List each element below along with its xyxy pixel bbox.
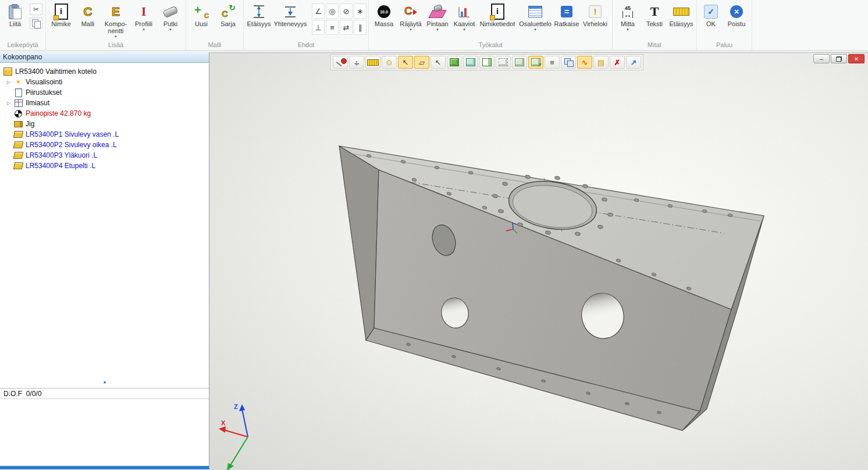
pick-entity-icon[interactable]: ↖ (431, 56, 446, 69)
expander-icon[interactable]: ▷ (7, 101, 14, 106)
new-model-icon: +C (194, 4, 209, 19)
snap-plane-icon[interactable]: ▱ (414, 56, 429, 69)
dropdown-caret-icon[interactable]: ▾ (115, 34, 117, 39)
ribbon-group-tools: 10.0 Massa C Räjäytä ▾ Pintaan ▾ Kaaviot… (369, 0, 613, 50)
select-solid-icon[interactable] (447, 56, 462, 69)
tree-item-part-p4[interactable]: LR53400P4 Etupelti .L (0, 161, 209, 171)
parallel-constraint-button[interactable]: ≡ (326, 20, 339, 35)
sarja-button[interactable]: ↻C Sarja (215, 2, 241, 28)
parts-list-icon (528, 6, 542, 17)
group-label-model: Malli (188, 41, 241, 50)
dropdown-caret-icon[interactable]: ▾ (436, 27, 439, 32)
copy-button[interactable] (30, 17, 42, 29)
expander-icon[interactable]: ▷ (7, 80, 14, 85)
panel-title: Kokoonpano (0, 52, 209, 63)
pintaan-button[interactable]: Pintaan ▾ (424, 2, 451, 33)
group-label-clipboard: Leikepöytä (2, 41, 44, 50)
symmetry-constraint-button[interactable]: ∗ (354, 3, 367, 19)
tree-item-part-p1[interactable]: LR53400P1 Sivulevy vasen .L (0, 129, 209, 140)
cut-button[interactable]: ✂ (30, 3, 42, 15)
colinear-constraint-button[interactable]: ∥ (354, 20, 367, 35)
putki-button[interactable]: Putki ▾ (157, 2, 184, 33)
select-arrow-icon[interactable]: ↗ (528, 56, 543, 69)
distance-constraint-button[interactable]: Etäisyys (246, 2, 272, 28)
3d-viewport[interactable]: ↔↕ ⊙ ↖ ▱ ↖ ↗ ≡ ∿ ▤ ✗ ↗ – × (209, 52, 868, 470)
grid-icon (14, 99, 23, 107)
solve-icon: = (561, 6, 572, 17)
tree-item-assembly-root[interactable]: LR53400 Vaihtimen kotelo (0, 66, 209, 77)
equal-constraint-button[interactable]: ⇄ (340, 20, 353, 35)
tree-item-label: Visualisointi (26, 78, 62, 86)
ibeam-profile-icon: I (141, 5, 146, 19)
copy-layers-icon[interactable] (561, 56, 576, 69)
malli-button[interactable]: C Malli (74, 2, 101, 28)
teksti-button[interactable]: T Teksti (641, 2, 668, 28)
paste-icon (9, 4, 22, 19)
poistu-button[interactable]: × Poistu (723, 2, 750, 28)
dropdown-caret-icon[interactable]: ▾ (410, 27, 412, 32)
perpendicular-constraint-button[interactable]: ⊥ (312, 20, 325, 35)
nimiketiedot-button[interactable]: i Nimiketiedot (478, 2, 517, 28)
flatten-icon[interactable]: ▤ (593, 56, 609, 69)
dropdown-caret-icon[interactable]: ▾ (169, 27, 172, 32)
select-back-icon[interactable] (496, 56, 511, 69)
ratkaise-button[interactable]: = Ratkaise (553, 2, 580, 28)
panel-resize-bar[interactable] (0, 466, 209, 469)
ribbon-group-insert: i Nimike C Malli E Kompo-nentti ▾ I Prof… (46, 0, 186, 50)
mitta-button[interactable]: 45↔ Mitta ▾ (614, 2, 641, 33)
coincidence-constraint-button[interactable]: Yhtenevyys (272, 2, 308, 28)
measure-icon[interactable] (365, 56, 380, 69)
copy-icon (32, 19, 40, 27)
osaluettelo-button[interactable]: Osaluettelo ▾ (517, 2, 553, 33)
tangent-constraint-button[interactable]: ⊘ (340, 3, 353, 19)
select-shell-icon[interactable] (463, 56, 478, 69)
pin-icon[interactable] (333, 56, 348, 69)
minimize-button[interactable]: – (813, 54, 830, 63)
part-list-icon[interactable]: ≡ (545, 56, 560, 69)
tree-item-label: LR53400P2 Sivulevy oikea .L (26, 141, 117, 149)
item-doc-icon: i (55, 3, 68, 20)
uusi-button[interactable]: +C Uusi (188, 2, 215, 28)
virheloki-button[interactable]: ! Virheloki (580, 2, 610, 28)
snap-center-icon[interactable]: ⊙ (382, 56, 397, 69)
dropdown-caret-icon[interactable]: ▾ (534, 27, 536, 32)
ok-button[interactable]: ✓ OK (699, 2, 723, 28)
paste-button[interactable]: Liitä (2, 2, 29, 28)
tree-item-label: Piirustukset (26, 88, 62, 97)
3d-model[interactable] (209, 53, 868, 470)
etaisyys-button[interactable]: Etäisyys (668, 2, 695, 28)
tree-item-part-p2[interactable]: LR53400P2 Sivulevy oikea .L (0, 140, 209, 150)
rajayta-button[interactable]: C Räjäytä ▾ (397, 2, 424, 33)
tree-item-painopiste[interactable]: Painopiste 42.870 kg (0, 108, 209, 119)
nimike-button[interactable]: i Nimike (48, 2, 74, 28)
diagram-icon (457, 5, 471, 19)
window-controls: – × (813, 54, 865, 63)
tree-item-piirustukset[interactable]: Piirustukset (0, 87, 209, 98)
massa-button[interactable]: 10.0 Massa (371, 2, 397, 28)
profiili-button[interactable]: I Profiili ▾ (130, 2, 157, 33)
select-adjacent-icon[interactable] (512, 56, 527, 69)
dropdown-caret-icon[interactable]: ▾ (463, 27, 465, 32)
kaaviot-button[interactable]: Kaaviot ▾ (451, 2, 478, 33)
tree-item-jig[interactable]: Jig (0, 119, 209, 129)
dropdown-caret-icon[interactable]: ▾ (627, 27, 629, 32)
restore-button[interactable] (831, 54, 847, 63)
angle-constraint-button[interactable]: ∠ (312, 3, 325, 19)
pick-cursor-icon[interactable]: ↖ (398, 56, 413, 69)
export-icon[interactable]: ↗ (626, 56, 641, 69)
move-icon[interactable]: ↔↕ (349, 56, 364, 69)
concentric-constraint-button[interactable]: ◎ (326, 3, 339, 19)
tree-item-part-p3[interactable]: LR53400P3 Yläkuori .L (0, 150, 209, 161)
equal-constraint-icon: ⇄ (343, 23, 350, 32)
delete-icon[interactable]: ✗ (610, 56, 625, 69)
dropdown-caret-icon[interactable]: ▾ (143, 27, 145, 32)
tree-scroll-up-icon[interactable]: ▲ (102, 379, 107, 384)
tree-item-visualisointi[interactable]: ▷ ☀ Visualisointi (0, 77, 209, 87)
spline-icon[interactable]: ∿ (577, 56, 592, 69)
drawing-icon (14, 88, 23, 97)
select-face-icon[interactable] (479, 56, 495, 69)
close-button[interactable]: × (848, 54, 865, 63)
tree-item-ilmiasut[interactable]: ▷ Ilmiasut (0, 98, 209, 108)
center-of-mass-icon (14, 109, 23, 117)
komponentti-button[interactable]: E Kompo-nentti ▾ (101, 2, 130, 40)
